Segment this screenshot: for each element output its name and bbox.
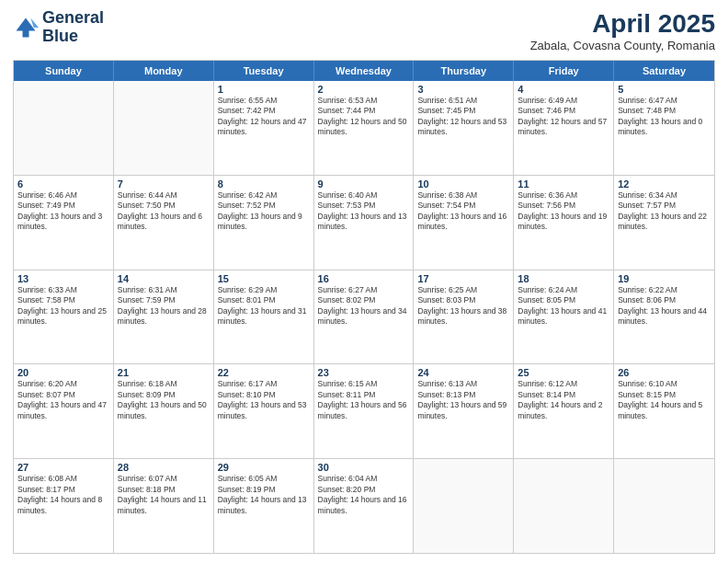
day-number: 2 (318, 84, 410, 95)
cell-details: Sunrise: 6:27 AM Sunset: 8:02 PM Dayligh… (318, 285, 410, 327)
day-number: 19 (618, 273, 711, 284)
calendar-cell-17: 17Sunrise: 6:25 AM Sunset: 8:03 PM Dayli… (414, 270, 514, 364)
weekday-header-monday: Monday (114, 61, 214, 81)
cell-details: Sunrise: 6:04 AM Sunset: 8:20 PM Dayligh… (318, 474, 410, 516)
weekday-header-wednesday: Wednesday (314, 61, 415, 81)
day-number: 4 (518, 84, 609, 95)
calendar-row-2: 13Sunrise: 6:33 AM Sunset: 7:58 PM Dayli… (14, 270, 714, 365)
cell-details: Sunrise: 6:44 AM Sunset: 7:50 PM Dayligh… (118, 190, 210, 233)
day-number: 13 (17, 273, 109, 284)
cell-details: Sunrise: 6:10 AM Sunset: 8:15 PM Dayligh… (618, 379, 711, 421)
calendar-cell-21: 21Sunrise: 6:18 AM Sunset: 8:09 PM Dayli… (114, 364, 214, 458)
logo: General Blue (13, 9, 104, 46)
calendar-row-3: 20Sunrise: 6:20 AM Sunset: 8:07 PM Dayli… (14, 364, 714, 459)
cell-details: Sunrise: 6:15 AM Sunset: 8:11 PM Dayligh… (318, 379, 410, 421)
cell-details: Sunrise: 6:20 AM Sunset: 8:07 PM Dayligh… (17, 379, 109, 421)
calendar-cell-8: 8Sunrise: 6:42 AM Sunset: 7:52 PM Daylig… (214, 176, 314, 270)
calendar-cell-13: 13Sunrise: 6:33 AM Sunset: 7:58 PM Dayli… (14, 270, 114, 364)
day-number: 8 (218, 178, 310, 190)
calendar-cell-26: 26Sunrise: 6:10 AM Sunset: 8:15 PM Dayli… (614, 364, 714, 458)
day-number: 22 (218, 367, 310, 378)
cell-details: Sunrise: 6:36 AM Sunset: 7:56 PM Dayligh… (518, 190, 609, 233)
calendar-cell-1: 1Sunrise: 6:55 AM Sunset: 7:42 PM Daylig… (214, 81, 314, 175)
cell-details: Sunrise: 6:42 AM Sunset: 7:52 PM Dayligh… (218, 190, 310, 233)
cell-details: Sunrise: 6:53 AM Sunset: 7:44 PM Dayligh… (318, 96, 410, 138)
cell-details: Sunrise: 6:29 AM Sunset: 8:01 PM Dayligh… (218, 285, 310, 327)
calendar-cell-30: 30Sunrise: 6:04 AM Sunset: 8:20 PM Dayli… (314, 459, 415, 553)
calendar: SundayMondayTuesdayWednesdayThursdayFrid… (13, 60, 715, 554)
cell-details: Sunrise: 6:34 AM Sunset: 7:57 PM Dayligh… (618, 190, 711, 233)
calendar-body: 1Sunrise: 6:55 AM Sunset: 7:42 PM Daylig… (14, 81, 714, 553)
calendar-cell-5: 5Sunrise: 6:47 AM Sunset: 7:48 PM Daylig… (614, 81, 714, 175)
cell-details: Sunrise: 6:13 AM Sunset: 8:13 PM Dayligh… (417, 379, 509, 421)
day-number: 30 (318, 462, 410, 473)
calendar-cell-3: 3Sunrise: 6:51 AM Sunset: 7:45 PM Daylig… (414, 81, 514, 175)
calendar-cell-12: 12Sunrise: 6:34 AM Sunset: 7:57 PM Dayli… (614, 176, 714, 270)
header: General Blue April 2025 Zabala, Covasna … (13, 9, 715, 52)
weekday-header-saturday: Saturday (614, 61, 714, 81)
weekday-header-friday: Friday (514, 61, 614, 81)
weekday-header-sunday: Sunday (14, 61, 114, 81)
calendar-cell-10: 10Sunrise: 6:38 AM Sunset: 7:54 PM Dayli… (414, 176, 514, 270)
cell-details: Sunrise: 6:55 AM Sunset: 7:42 PM Dayligh… (218, 96, 310, 138)
day-number: 7 (118, 178, 210, 190)
cell-details: Sunrise: 6:22 AM Sunset: 8:06 PM Dayligh… (618, 285, 711, 327)
cell-details: Sunrise: 6:46 AM Sunset: 7:49 PM Dayligh… (17, 190, 109, 233)
calendar-cell-15: 15Sunrise: 6:29 AM Sunset: 8:01 PM Dayli… (214, 270, 314, 364)
day-number: 26 (618, 367, 711, 378)
calendar-cell-28: 28Sunrise: 6:07 AM Sunset: 8:18 PM Dayli… (114, 459, 214, 553)
cell-details: Sunrise: 6:31 AM Sunset: 7:59 PM Dayligh… (118, 285, 210, 327)
calendar-cell-14: 14Sunrise: 6:31 AM Sunset: 7:59 PM Dayli… (114, 270, 214, 364)
cell-details: Sunrise: 6:47 AM Sunset: 7:48 PM Dayligh… (618, 96, 711, 138)
cell-details: Sunrise: 6:24 AM Sunset: 8:05 PM Dayligh… (518, 285, 609, 327)
day-number: 25 (518, 367, 609, 378)
calendar-cell-27: 27Sunrise: 6:08 AM Sunset: 8:17 PM Dayli… (14, 459, 114, 553)
calendar-cell-11: 11Sunrise: 6:36 AM Sunset: 7:56 PM Dayli… (514, 176, 614, 270)
day-number: 6 (17, 178, 109, 190)
day-number: 15 (218, 273, 310, 284)
day-number: 11 (518, 178, 609, 190)
calendar-cell-29: 29Sunrise: 6:05 AM Sunset: 8:19 PM Dayli… (214, 459, 314, 553)
day-number: 16 (318, 273, 410, 284)
cell-details: Sunrise: 6:25 AM Sunset: 8:03 PM Dayligh… (417, 285, 509, 327)
cell-details: Sunrise: 6:18 AM Sunset: 8:09 PM Dayligh… (118, 379, 210, 421)
title-area: April 2025 Zabala, Covasna County, Roman… (530, 9, 715, 52)
calendar-cell-6: 6Sunrise: 6:46 AM Sunset: 7:49 PM Daylig… (14, 176, 114, 270)
cell-details: Sunrise: 6:40 AM Sunset: 7:53 PM Dayligh… (318, 190, 410, 233)
day-number: 12 (618, 178, 711, 190)
day-number: 3 (417, 84, 509, 95)
day-number: 9 (318, 178, 410, 190)
calendar-cell-empty-4-5 (514, 459, 614, 553)
logo-icon (13, 15, 39, 40)
calendar-row-0: 1Sunrise: 6:55 AM Sunset: 7:42 PM Daylig… (14, 81, 714, 176)
day-number: 24 (417, 367, 509, 378)
calendar-cell-2: 2Sunrise: 6:53 AM Sunset: 7:44 PM Daylig… (314, 81, 415, 175)
calendar-cell-16: 16Sunrise: 6:27 AM Sunset: 8:02 PM Dayli… (314, 270, 415, 364)
cell-details: Sunrise: 6:08 AM Sunset: 8:17 PM Dayligh… (17, 474, 109, 516)
calendar-row-1: 6Sunrise: 6:46 AM Sunset: 7:49 PM Daylig… (14, 176, 714, 270)
calendar-cell-empty-4-4 (414, 459, 514, 553)
day-number: 5 (618, 84, 711, 95)
calendar-cell-9: 9Sunrise: 6:40 AM Sunset: 7:53 PM Daylig… (314, 176, 415, 270)
cell-details: Sunrise: 6:49 AM Sunset: 7:46 PM Dayligh… (518, 96, 609, 138)
cell-details: Sunrise: 6:07 AM Sunset: 8:18 PM Dayligh… (118, 474, 210, 516)
calendar-cell-empty-0-0 (14, 81, 114, 175)
day-number: 29 (218, 462, 310, 473)
cell-details: Sunrise: 6:51 AM Sunset: 7:45 PM Dayligh… (417, 96, 509, 138)
logo-text: General Blue (42, 9, 104, 46)
calendar-cell-7: 7Sunrise: 6:44 AM Sunset: 7:50 PM Daylig… (114, 176, 214, 270)
calendar-cell-24: 24Sunrise: 6:13 AM Sunset: 8:13 PM Dayli… (414, 364, 514, 458)
day-number: 10 (417, 178, 509, 190)
cell-details: Sunrise: 6:38 AM Sunset: 7:54 PM Dayligh… (417, 190, 509, 233)
main-title: April 2025 (530, 9, 715, 39)
day-number: 1 (218, 84, 310, 95)
cell-details: Sunrise: 6:12 AM Sunset: 8:14 PM Dayligh… (518, 379, 609, 421)
day-number: 17 (417, 273, 509, 284)
calendar-header: SundayMondayTuesdayWednesdayThursdayFrid… (14, 61, 714, 81)
cell-details: Sunrise: 6:17 AM Sunset: 8:10 PM Dayligh… (218, 379, 310, 421)
cell-details: Sunrise: 6:33 AM Sunset: 7:58 PM Dayligh… (17, 285, 109, 327)
calendar-cell-23: 23Sunrise: 6:15 AM Sunset: 8:11 PM Dayli… (314, 364, 415, 458)
calendar-row-4: 27Sunrise: 6:08 AM Sunset: 8:17 PM Dayli… (14, 459, 714, 553)
logo-line2: Blue (42, 28, 104, 46)
calendar-cell-25: 25Sunrise: 6:12 AM Sunset: 8:14 PM Dayli… (514, 364, 614, 458)
